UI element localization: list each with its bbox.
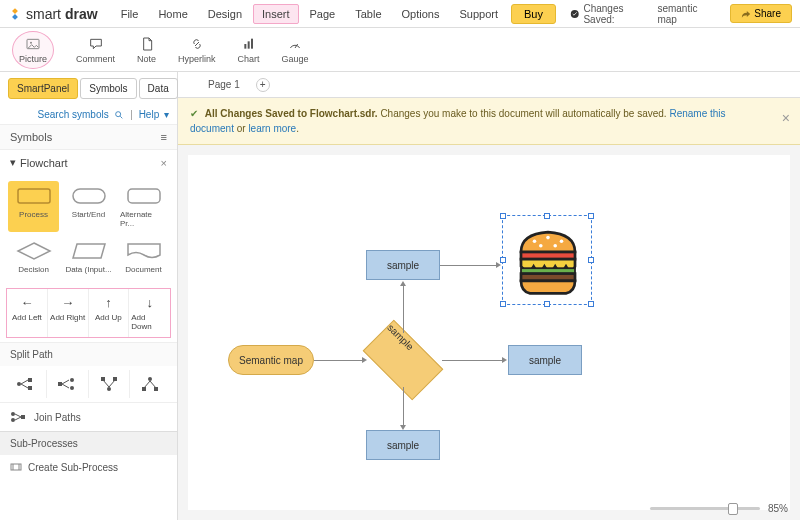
node-start-label: Semantic map (239, 355, 303, 366)
menu-options[interactable]: Options (393, 4, 449, 24)
tab-data[interactable]: Data (139, 78, 178, 99)
close-category-icon[interactable]: × (161, 157, 167, 169)
banner-dot: . (296, 123, 299, 134)
menu-insert[interactable]: Insert (253, 4, 299, 24)
add-page-button[interactable]: + (256, 78, 270, 92)
menu-file[interactable]: File (112, 4, 148, 24)
menu-support[interactable]: Support (450, 4, 507, 24)
arrow-down-icon: ↓ (146, 295, 153, 310)
svg-point-33 (11, 418, 15, 422)
sub-process-icon (10, 461, 22, 473)
separator: | (130, 109, 133, 120)
buy-button[interactable]: Buy (511, 4, 556, 24)
learn-more-link[interactable]: learn more (248, 123, 296, 134)
svg-point-32 (11, 412, 15, 416)
split-option-4[interactable] (130, 370, 171, 398)
shape-preview-icon (14, 185, 54, 207)
ribbon-hyperlink[interactable]: Hyperlink (178, 36, 216, 64)
selection-handle[interactable] (588, 213, 594, 219)
svg-point-20 (70, 378, 74, 382)
add-right-button[interactable]: →Add Right (48, 289, 89, 337)
svg-line-18 (62, 380, 69, 384)
save-status-prefix: Changes Saved: (583, 3, 653, 25)
add-up-button[interactable]: ↑Add Up (89, 289, 130, 337)
svg-rect-4 (247, 41, 249, 48)
collapse-arrow-icon[interactable]: ▾ (10, 156, 16, 169)
flowchart-category[interactable]: Flowchart (20, 157, 68, 169)
node-right[interactable]: sample (508, 345, 582, 375)
split-option-3[interactable] (89, 370, 130, 398)
menu-page[interactable]: Page (301, 4, 345, 24)
node-bottom[interactable]: sample (366, 430, 440, 460)
ribbon-comment[interactable]: Comment (76, 36, 115, 64)
shape-alternate-pr-[interactable]: Alternate Pr... (118, 181, 169, 232)
share-label: Share (754, 8, 781, 19)
zoom-control: 85% (650, 503, 788, 514)
selection-handle[interactable] (544, 213, 550, 219)
tab-symbols[interactable]: Symbols (80, 78, 136, 99)
svg-rect-25 (101, 377, 105, 381)
selection-handle[interactable] (588, 301, 594, 307)
node-start[interactable]: Semantic map (228, 345, 314, 375)
shape-preview-icon (69, 185, 109, 207)
svg-line-8 (121, 117, 123, 119)
node-right-label: sample (529, 355, 561, 366)
menu-design[interactable]: Design (199, 4, 251, 24)
share-button[interactable]: Share (730, 4, 792, 23)
symbols-heading: Symbols (10, 131, 52, 143)
shape-document[interactable]: Document (118, 236, 169, 278)
svg-point-22 (107, 387, 111, 391)
chart-icon (240, 36, 258, 52)
tab-smartpanel[interactable]: SmartPanel (8, 78, 78, 99)
shape-process[interactable]: Process (8, 181, 59, 232)
burger-icon (503, 216, 593, 306)
selection-handle[interactable] (500, 257, 506, 263)
shape-decision[interactable]: Decision (8, 236, 59, 278)
node-decision[interactable]: sample (368, 335, 438, 385)
close-banner-icon[interactable]: × (782, 108, 790, 129)
split-option-2[interactable] (47, 370, 88, 398)
selection-handle[interactable] (500, 213, 506, 219)
ribbon-note[interactable]: Note (137, 36, 156, 64)
ribbon-gauge[interactable]: Gauge (282, 36, 309, 64)
page-tab-1[interactable]: Page 1 (208, 79, 240, 90)
svg-line-35 (15, 417, 21, 420)
create-sub-process[interactable]: Create Sub-Process (0, 455, 177, 479)
ribbon-picture[interactable]: Picture (12, 31, 54, 69)
shape-data-input-[interactable]: Data (Input... (63, 236, 114, 278)
menu-home[interactable]: Home (149, 4, 196, 24)
svg-line-19 (62, 384, 69, 388)
inserted-picture[interactable] (502, 215, 592, 305)
svg-point-43 (539, 244, 543, 248)
panel-menu-icon[interactable]: ≡ (161, 131, 167, 143)
help-dropdown-icon[interactable]: ▾ (164, 109, 169, 120)
search-symbols-link[interactable]: Search symbols (38, 109, 109, 120)
canvas[interactable]: Semantic map sample sample sample sample (188, 155, 790, 510)
zoom-thumb[interactable] (728, 503, 738, 515)
add-label: Add Down (131, 313, 168, 331)
shape-start-end[interactable]: Start/End (63, 181, 114, 232)
help-link[interactable]: Help (139, 109, 160, 120)
banner-text: Changes you make to this document will a… (378, 108, 670, 119)
node-top[interactable]: sample (366, 250, 440, 280)
zoom-slider[interactable] (650, 507, 760, 510)
save-status-name: semantic map (657, 3, 716, 25)
shape-preview-icon (14, 240, 54, 262)
add-left-button[interactable]: ←Add Left (7, 289, 48, 337)
selection-handle[interactable] (544, 301, 550, 307)
split-option-1[interactable] (6, 370, 47, 398)
selection-handle[interactable] (500, 301, 506, 307)
ribbon-label: Hyperlink (178, 54, 216, 64)
add-down-button[interactable]: ↓Add Down (129, 289, 170, 337)
menu-table[interactable]: Table (346, 4, 390, 24)
node-bottom-label: sample (387, 440, 419, 451)
selection-handle[interactable] (588, 257, 594, 263)
arrow-up-icon: ↑ (105, 295, 112, 310)
svg-rect-26 (113, 377, 117, 381)
ribbon-chart[interactable]: Chart (238, 36, 260, 64)
svg-rect-30 (142, 387, 146, 391)
ribbon-label: Gauge (282, 54, 309, 64)
svg-line-13 (21, 380, 28, 384)
join-paths-row[interactable]: Join Paths (0, 402, 177, 431)
svg-line-14 (21, 384, 28, 388)
